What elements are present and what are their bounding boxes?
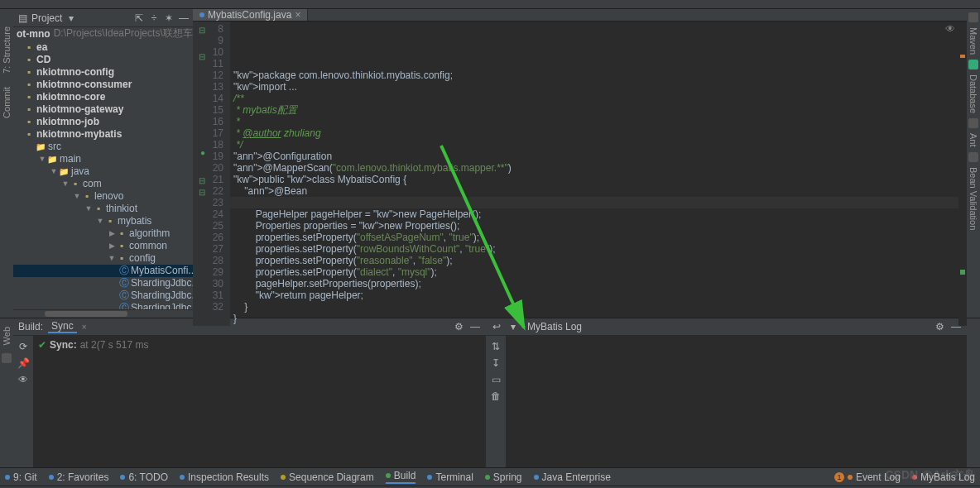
- rail-beanvalidation[interactable]: Bean Validation: [968, 167, 978, 230]
- tree-item-shardingjdbc[interactable]: ⒸShardingJdbc...: [13, 277, 193, 289]
- tree-item-src[interactable]: 📁src: [13, 141, 193, 153]
- project-icon: ▤: [17, 12, 28, 24]
- divide-icon[interactable]: ÷: [148, 12, 160, 24]
- folder-icon: ▪: [23, 105, 35, 115]
- folder-icon: 📁: [35, 142, 46, 152]
- tree-item-ea[interactable]: ▪ea: [13, 41, 193, 54]
- tab-mybatisconfig[interactable]: MybatisConfig.java ×: [193, 9, 308, 21]
- reader-mode-icon[interactable]: 👁: [945, 23, 955, 35]
- tree-item-mybatisconfi[interactable]: ⒸMybatisConfi...: [13, 265, 193, 277]
- tool-build[interactable]: Build: [386, 470, 416, 484]
- breadcrumb: ot-mno D:\Projects\IdeaProjects\联想车...: [13, 27, 193, 40]
- tree-item-config[interactable]: ▼▪config: [13, 252, 193, 265]
- tree-item-thinkiot[interactable]: ▼▪thinkiot: [13, 203, 193, 215]
- rail-commit[interactable]: Commit: [2, 87, 12, 118]
- folder-icon: ▪: [70, 179, 81, 189]
- mybatis-side-toolbar: ⇅ ↧ ▭ 🗑: [486, 336, 506, 467]
- tool-eventlog[interactable]: 1Event Log: [834, 471, 901, 483]
- sort-icon[interactable]: ⇅: [490, 341, 502, 352]
- pin-icon[interactable]: 📌: [17, 357, 29, 369]
- tool-javaee[interactable]: Java Enterprise: [534, 471, 611, 483]
- build-title: Build:: [18, 321, 43, 333]
- chevron-down-icon[interactable]: ▾: [65, 12, 77, 24]
- eye-icon[interactable]: 👁: [17, 374, 29, 385]
- folder-icon: ▪: [116, 229, 127, 239]
- rail-ant[interactable]: Ant: [968, 133, 978, 147]
- hide-icon[interactable]: —: [178, 12, 190, 24]
- tree-label: algorithm: [129, 227, 170, 240]
- tree-label: ShardingJdbc...: [131, 289, 193, 302]
- tool-label: Sequence Diagram: [289, 471, 374, 483]
- tool-favorites[interactable]: 2: Favorites: [49, 471, 109, 483]
- tool-seqdiag[interactable]: Sequence Diagram: [281, 471, 374, 483]
- tree-item-shardingjdbc[interactable]: ⒸShardingJdbc...: [13, 289, 193, 302]
- tab-sync[interactable]: Sync: [48, 320, 77, 333]
- project-tree[interactable]: ▪ea▪CD▪nkiotmno-config▪nkiotmno-consumer…: [13, 40, 193, 309]
- square-icon[interactable]: [2, 353, 12, 363]
- rail-web[interactable]: Web: [2, 327, 12, 345]
- editor-code[interactable]: 👁 "kw">package com.lenovo.thinkiot.mybat…: [230, 22, 958, 326]
- tree-label: nkiotmno-core: [36, 91, 105, 103]
- refresh-icon[interactable]: ⟳: [17, 341, 29, 352]
- scroll-icon[interactable]: ↧: [490, 357, 502, 369]
- tool-inspection[interactable]: Inspection Results: [180, 471, 269, 483]
- branch-icon: [5, 475, 10, 480]
- gutter-icon[interactable]: ⊟: [199, 51, 205, 63]
- tree-item-nkiotmnogateway[interactable]: ▪nkiotmno-gateway: [13, 103, 193, 116]
- tool-git[interactable]: 9: Git: [5, 471, 37, 483]
- tree-hscroll[interactable]: [13, 309, 193, 318]
- tool-todo[interactable]: 6: TODO: [120, 471, 168, 483]
- maven-icon[interactable]: [968, 12, 978, 22]
- folder-icon: 📁: [46, 155, 58, 165]
- tree-item-common[interactable]: ▶▪common: [13, 240, 193, 252]
- rail-structure[interactable]: 7: Structure: [2, 26, 12, 74]
- database-icon[interactable]: [968, 60, 978, 69]
- tool-spring[interactable]: Spring: [485, 471, 522, 483]
- class-icon: Ⓒ: [119, 266, 129, 276]
- tree-item-algorithm[interactable]: ▶▪algorithm: [13, 227, 193, 240]
- close-sync-icon[interactable]: ×: [82, 323, 87, 332]
- ant-icon[interactable]: [968, 118, 978, 128]
- trash-icon[interactable]: 🗑: [490, 390, 502, 402]
- gear-icon[interactable]: ✶: [163, 12, 175, 24]
- sync-status-row[interactable]: ✔ Sync: at 2(7 s 517 ms: [38, 339, 481, 351]
- tree-label: ShardingJdbc...: [131, 302, 193, 309]
- folder-icon: ▪: [23, 68, 35, 78]
- tree-item-shardingjdbc[interactable]: ⒸShardingJdbc...: [13, 302, 193, 309]
- tree-item-com[interactable]: ▼▪com: [13, 178, 193, 190]
- tree-item-cd[interactable]: ▪CD: [13, 54, 193, 66]
- collapse-icon[interactable]: ⇱: [133, 12, 145, 24]
- tree-label: src: [48, 141, 61, 153]
- editor-gutter: 8910111213141516171819202122232425262728…: [193, 22, 230, 326]
- folder-icon: ▪: [104, 217, 116, 227]
- tree-label: common: [129, 240, 167, 252]
- mybatis-log-content[interactable]: [506, 336, 967, 467]
- tree-label: config: [129, 252, 156, 265]
- tree-item-nkiotmnocore[interactable]: ▪nkiotmno-core: [13, 91, 193, 103]
- rail-maven[interactable]: Maven: [968, 27, 978, 55]
- tool-label: 9: Git: [13, 471, 37, 483]
- tree-item-nkiotmnomybatis[interactable]: ▪nkiotmno-mybatis: [13, 128, 193, 141]
- project-title[interactable]: Project: [31, 12, 62, 24]
- folder-icon: ▪: [23, 93, 35, 103]
- tree-item-mybatis[interactable]: ▼▪mybatis: [13, 215, 193, 227]
- gutter-icon[interactable]: ⊟: [199, 25, 205, 36]
- close-icon[interactable]: ×: [295, 9, 300, 21]
- tool-terminal[interactable]: Terminal: [427, 471, 473, 483]
- tree-item-java[interactable]: ▼📁java: [13, 165, 193, 178]
- tree-item-lenovo[interactable]: ▼▪lenovo: [13, 190, 193, 203]
- tool-mybatislog[interactable]: MyBatis Log: [912, 471, 975, 483]
- clear-icon[interactable]: ▭: [490, 374, 502, 385]
- tree-item-nkiotmnoconfig[interactable]: ▪nkiotmno-config: [13, 66, 193, 79]
- hammer-icon: [386, 473, 391, 478]
- tree-item-main[interactable]: ▼📁main: [13, 153, 193, 165]
- tree-item-nkiotmnojob[interactable]: ▪nkiotmno-job: [13, 116, 193, 128]
- gutter-icon[interactable]: ●: [200, 147, 205, 159]
- tab-label: MybatisConfig.java: [208, 9, 291, 21]
- tool-label: Spring: [493, 471, 522, 483]
- gutter-icon[interactable]: ⊟: [199, 175, 205, 187]
- gutter-icon[interactable]: ⊟: [199, 187, 205, 199]
- tree-item-nkiotmnoconsumer[interactable]: ▪nkiotmno-consumer: [13, 79, 193, 91]
- rail-database[interactable]: Database: [968, 74, 978, 113]
- bean-icon[interactable]: [968, 152, 978, 162]
